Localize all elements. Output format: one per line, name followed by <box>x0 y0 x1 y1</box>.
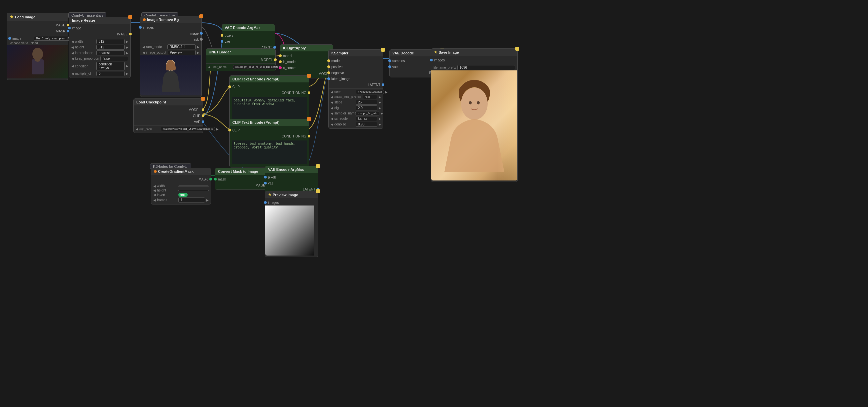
clip-text-pos-node: CLIP Text Encode (Prompt) CLIP CONDITION… <box>229 76 309 124</box>
woman-svg <box>162 59 180 92</box>
interp-value[interactable]: nearest <box>96 50 125 55</box>
clip-neg-text[interactable]: lowres, bad anatomy, bad hands, cropped,… <box>232 141 307 164</box>
iclight-title: ICLightApply <box>283 46 306 50</box>
denoise-label: denoise <box>334 122 354 126</box>
si-prefix-value[interactable]: 1096 <box>457 65 515 70</box>
sched-arrow[interactable]: ◀ <box>331 117 333 120</box>
vae1-pixels-in <box>221 34 223 37</box>
rmbg-image-out: Image <box>189 32 199 35</box>
inv-arrow[interactable]: ◀ <box>153 193 156 197</box>
gh-arrow[interactable]: ◀ <box>153 189 156 192</box>
ks-latent-label: latent_image <box>331 77 350 81</box>
ram-arrow[interactable]: ◀ <box>142 46 145 49</box>
sampler-arrow-r[interactable]: ▶ <box>381 112 383 115</box>
frames-arrow-r[interactable]: ▶ <box>206 199 209 202</box>
gradient-header: CreateGradientMask <box>151 168 211 175</box>
cag-value[interactable]: fixed <box>363 95 378 99</box>
imgout-label: image_output <box>146 51 166 54</box>
seed-value[interactable]: 4788752521253323 <box>356 90 384 94</box>
seed-arrow[interactable]: ◀ <box>331 90 333 94</box>
ksampler-header: KSampler <box>329 50 383 56</box>
imgout-arrow[interactable]: ◀ <box>142 51 145 54</box>
imgout-value[interactable]: Preview <box>168 50 196 55</box>
steps-arrow-r[interactable]: ▶ <box>379 101 381 104</box>
cag-arrow[interactable]: ◀ <box>331 95 333 99</box>
clip-neg-clip-in <box>228 129 231 132</box>
frames-value[interactable]: 1 <box>178 198 205 203</box>
vd-vae-in <box>388 65 391 68</box>
remove-bg-badge <box>199 14 203 18</box>
clip-pos-text[interactable]: beautiful woman, detailed face, sunshine… <box>232 97 307 120</box>
kp-label: keep_proportion <box>75 57 99 60</box>
cond-value[interactable]: condition always <box>96 62 125 70</box>
cag-arrow-r[interactable]: ▶ <box>379 95 381 99</box>
mult-value[interactable]: 0 <box>96 71 125 76</box>
iclight-model-in <box>279 54 282 57</box>
width-arrow-r[interactable]: ▶ <box>126 40 128 43</box>
kp-arrow[interactable]: ◀ <box>71 57 74 60</box>
sched-value[interactable]: karras <box>356 116 377 121</box>
steps-arrow[interactable]: ◀ <box>331 101 333 104</box>
width-value[interactable]: 512 <box>96 39 125 44</box>
gh-value[interactable] <box>178 190 209 191</box>
remove-bg-preview <box>140 55 202 95</box>
cond-arrow-r[interactable]: ▶ <box>126 64 128 68</box>
save-image-preview <box>431 70 517 180</box>
vae-decode-title: VAE Decode <box>392 51 414 55</box>
vae2-vae-label: vae <box>268 181 273 185</box>
gw-value[interactable] <box>178 185 209 187</box>
gw-arrow[interactable]: ◀ <box>153 184 156 188</box>
height-arrow[interactable]: ◀ <box>71 46 74 49</box>
ram-arrow-r[interactable]: ▶ <box>197 46 199 49</box>
cp-model-out: MODEL <box>188 108 200 112</box>
invert-toggle[interactable]: true <box>178 193 188 197</box>
ckpt-arrow[interactable]: ◀ <box>136 127 138 131</box>
image-field-label: image <box>12 37 32 40</box>
height-value[interactable]: 512 <box>96 45 125 50</box>
ram-value[interactable]: RMBG-1.4 <box>167 45 196 49</box>
vae-encode1-title: VAE Encode ArgMax <box>225 26 261 30</box>
ks-model-label: model <box>331 59 340 63</box>
seed-label: seed <box>334 90 354 94</box>
iclight-header: ICLightApply <box>280 45 333 51</box>
ckpt-value[interactable]: realisticVisionV60B1_v51VAE.safetensors <box>161 127 215 131</box>
interp-arrow-r[interactable]: ▶ <box>126 51 128 55</box>
sampler-value[interactable]: dpmpp_2m_sde <box>356 111 379 115</box>
clip-neg-badge <box>307 117 311 121</box>
steps-value[interactable]: 25 <box>356 100 377 105</box>
interp-arrow[interactable]: ◀ <box>71 51 74 55</box>
imgout-arrow-r[interactable]: ▶ <box>197 51 199 54</box>
denoise-arrow-r[interactable]: ▶ <box>379 123 381 126</box>
image-field-port <box>8 37 11 40</box>
cfg-arrow[interactable]: ◀ <box>331 107 333 110</box>
mask-output-label: MASK <box>56 29 65 33</box>
sched-arrow-r[interactable]: ▶ <box>379 117 381 120</box>
iclight-icmodel-in <box>279 60 282 63</box>
vd-samples-in <box>388 59 391 62</box>
unet-name-arrow[interactable]: ◀ <box>208 65 210 69</box>
choose-upload-label[interactable]: choose file to upload <box>9 41 38 45</box>
kp-value[interactable]: false <box>100 56 128 61</box>
rmbg-images-in <box>139 26 142 29</box>
svg-point-6 <box>469 101 472 105</box>
cfg-value[interactable]: 2.0 <box>356 106 377 110</box>
vae2-latent-out: LATENT <box>303 187 315 191</box>
mult-arrow[interactable]: ◀ <box>71 72 74 76</box>
sampler-arrow[interactable]: ◀ <box>331 112 333 115</box>
iclight-apply-node: ICLightApply model ic_model c_concat MOD… <box>280 45 333 78</box>
width-arrow[interactable]: ◀ <box>71 40 74 43</box>
seed-arrow-r[interactable]: ▶ <box>385 90 388 94</box>
ckpt-label: ckpt_name <box>140 127 159 130</box>
vae2-pixels-in <box>264 176 267 178</box>
cond-arrow[interactable]: ◀ <box>71 64 74 68</box>
mult-arrow-r[interactable]: ▶ <box>126 72 128 76</box>
frames-arrow[interactable]: ◀ <box>153 199 156 202</box>
height-arrow-r[interactable]: ▶ <box>126 46 128 49</box>
cfg-arrow-r[interactable]: ▶ <box>379 107 381 110</box>
denoise-value[interactable]: 0.90 <box>356 122 377 127</box>
ks-neg-in <box>327 71 330 74</box>
frames-label: frames <box>157 198 177 202</box>
denoise-arrow[interactable]: ◀ <box>331 123 333 126</box>
ckpt-arrow-r[interactable]: ▶ <box>216 127 219 131</box>
clip-pos-title: CLIP Text Encode (Prompt) <box>232 77 279 81</box>
